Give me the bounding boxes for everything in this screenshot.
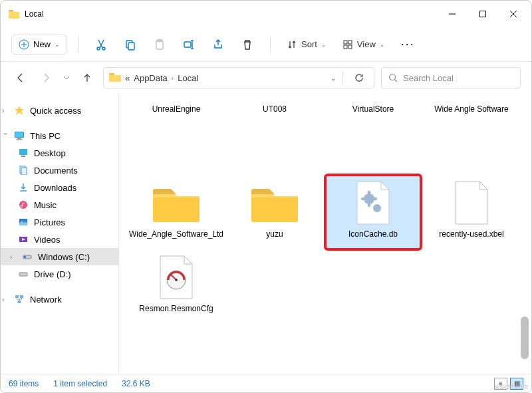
list-item-selected[interactable]: IconCache.db [327, 176, 420, 248]
svg-rect-35 [24, 256, 26, 258]
settings-file-icon [345, 179, 401, 227]
chevron-down-icon: ⌄ [380, 41, 385, 48]
minimize-button[interactable] [437, 1, 467, 27]
sidebar-item-pictures[interactable]: Pictures [1, 213, 118, 231]
address-dropdown[interactable]: ⌄ [331, 74, 336, 82]
sidebar-item-videos[interactable]: Videos [1, 231, 118, 248]
breadcrumb-segment[interactable]: AppData [134, 73, 168, 83]
up-button[interactable] [78, 68, 96, 87]
address-bar[interactable]: « AppData › Local ⌄ [103, 67, 374, 88]
list-item[interactable]: recently-used.xbel [425, 176, 518, 248]
view-button[interactable]: View ⌄ [337, 35, 390, 54]
folder-icon [247, 179, 303, 227]
svg-rect-24 [15, 132, 23, 137]
recent-dropdown[interactable] [62, 68, 71, 87]
status-size: 32.6 KB [122, 379, 150, 388]
list-item[interactable]: Wide Angle Software [425, 102, 518, 128]
chevron-right-icon[interactable]: › [10, 253, 17, 261]
breadcrumb-pre: « [125, 73, 130, 83]
network-icon [14, 294, 25, 305]
details-view-button[interactable]: ≡ [494, 378, 507, 390]
back-button[interactable] [11, 68, 30, 87]
drive-icon [22, 251, 33, 262]
list-item[interactable]: UT008 [228, 102, 321, 128]
svg-rect-10 [128, 43, 134, 50]
sidebar-item-desktop[interactable]: Desktop [1, 144, 118, 162]
list-item[interactable]: Wide_Angle_Software_Ltd [130, 176, 223, 248]
sidebar-item-downloads[interactable]: Downloads [1, 179, 118, 196]
search-icon [388, 73, 398, 82]
content-pane[interactable]: UnrealEngine UT008 VirtualStore Wide Ang… [119, 94, 531, 374]
separator [270, 37, 271, 53]
list-item[interactable]: UnrealEngine [130, 102, 223, 128]
chevron-down-icon: ⌄ [55, 41, 60, 48]
cut-button[interactable] [89, 33, 113, 57]
paste-button[interactable] [148, 33, 172, 57]
window-controls [437, 1, 529, 27]
list-item[interactable]: VirtualStore [327, 102, 420, 128]
status-bar: 69 items 1 item selected 32.6 KB ≡ ▦ [1, 374, 531, 392]
svg-rect-38 [20, 295, 23, 298]
refresh-button[interactable] [350, 68, 368, 87]
svg-rect-18 [348, 41, 352, 44]
close-button[interactable] [498, 1, 529, 27]
sidebar-item-this-pc[interactable]: ›This PC [1, 127, 118, 144]
explorer-window: Local New ⌄ Sort ⌄ View ⌄ ··· [0, 0, 532, 393]
gauge-file-icon [148, 253, 204, 301]
more-button[interactable]: ··· [396, 33, 420, 55]
sort-button[interactable]: Sort ⌄ [281, 35, 332, 54]
chevron-down-icon[interactable]: › [2, 132, 9, 139]
body: ›Quick access ›This PC Desktop Documents… [1, 94, 531, 374]
svg-rect-28 [21, 156, 25, 157]
forward-button[interactable] [37, 68, 55, 87]
scrollbar[interactable] [521, 94, 530, 374]
svg-rect-27 [19, 149, 27, 155]
list-item[interactable]: yuzu [228, 176, 321, 248]
svg-point-40 [364, 194, 374, 204]
share-button[interactable] [206, 33, 230, 57]
search-placeholder: Search Local [403, 73, 454, 83]
svg-rect-20 [348, 45, 352, 49]
rename-button[interactable] [177, 33, 201, 57]
chevron-right-icon[interactable]: › [172, 74, 174, 82]
copy-button[interactable] [118, 33, 142, 57]
new-button[interactable]: New ⌄ [11, 35, 67, 55]
breadcrumb-segment[interactable]: Local [178, 73, 198, 83]
svg-rect-26 [16, 140, 23, 140]
documents-icon [18, 165, 29, 176]
svg-rect-17 [344, 41, 347, 44]
svg-rect-13 [184, 42, 191, 47]
folder-icon [9, 9, 19, 19]
sidebar-item-quick-access[interactable]: ›Quick access [1, 102, 118, 119]
chevron-right-icon[interactable]: › [2, 296, 9, 303]
maximize-button[interactable] [467, 1, 498, 27]
svg-rect-25 [17, 138, 21, 140]
videos-icon [18, 234, 29, 245]
music-icon [18, 199, 29, 210]
svg-point-52 [175, 279, 178, 281]
sidebar-item-network[interactable]: ›Network [1, 291, 118, 308]
navbar: « AppData › Local ⌄ Search Local [1, 62, 531, 94]
sidebar: ›Quick access ›This PC Desktop Documents… [1, 94, 119, 374]
chevron-down-icon: ⌄ [321, 41, 327, 48]
search-box[interactable]: Search Local [381, 67, 521, 88]
status-count: 69 items [9, 379, 39, 388]
chevron-right-icon[interactable]: › [2, 107, 9, 114]
titlebar[interactable]: Local [1, 1, 531, 27]
sidebar-item-windows-c[interactable]: ›Windows (C:) [1, 248, 118, 265]
new-label: New [33, 39, 51, 49]
svg-rect-39 [18, 301, 21, 303]
svg-rect-37 [15, 295, 19, 298]
delete-button[interactable] [235, 33, 259, 57]
scrollbar-thumb[interactable] [521, 317, 529, 359]
sidebar-item-music[interactable]: Music [1, 196, 118, 213]
sort-label: Sort [301, 39, 317, 49]
file-grid: UnrealEngine UT008 VirtualStore Wide Ang… [130, 102, 521, 323]
list-item[interactable]: Resmon.ResmonCfg [130, 251, 223, 323]
sidebar-item-drive-d[interactable]: Drive (D:) [1, 265, 118, 283]
icons-view-button[interactable]: ▦ [510, 378, 523, 390]
sidebar-item-documents[interactable]: Documents [1, 162, 118, 179]
status-selected: 1 item selected [53, 379, 107, 388]
file-icon [444, 179, 499, 227]
svg-rect-1 [480, 11, 486, 17]
